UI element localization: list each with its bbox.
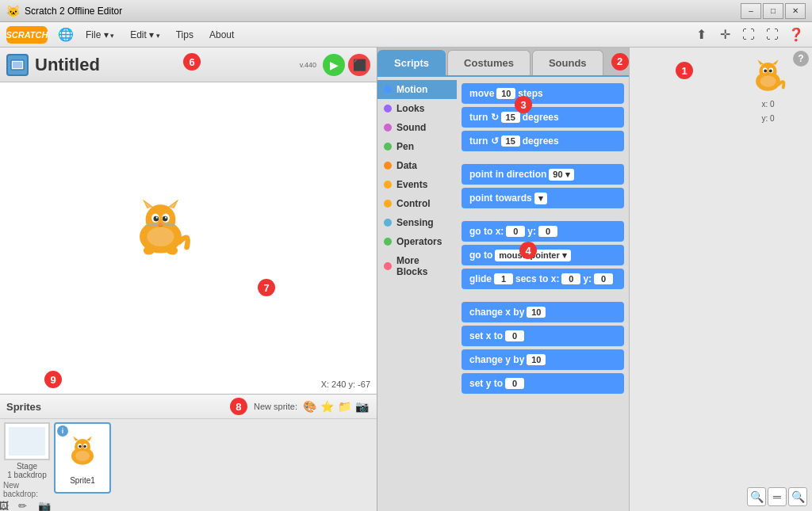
turn-cw-degrees-input[interactable]: 15 <box>501 112 520 123</box>
change-x-input[interactable]: 10 <box>527 307 546 318</box>
fullscreen-icon[interactable]: ⛶ <box>739 25 758 44</box>
go-to-y-input[interactable]: 0 <box>538 226 557 237</box>
category-data[interactable]: Data <box>377 156 457 175</box>
svg-marker-36 <box>772 59 779 65</box>
new-sprite-label: New sprite: <box>254 402 297 411</box>
camera-icon[interactable]: ⛶ <box>763 25 782 44</box>
help-circle-icon[interactable]: ❓ <box>787 25 806 44</box>
add-sprite-paint-button[interactable]: 🎨 <box>301 398 318 415</box>
looks-dot <box>384 105 392 112</box>
category-sensing[interactable]: Sensing <box>377 213 457 232</box>
sprite-preview-image <box>746 54 790 97</box>
tab-costumes[interactable]: Costumes <box>447 50 530 75</box>
svg-point-31 <box>82 448 84 450</box>
coordinate-display: X: 240 y: -67 <box>321 379 370 389</box>
block-point-towards[interactable]: point towards ▾ <box>462 188 624 208</box>
close-button[interactable]: ✕ <box>785 3 806 19</box>
towards-dropdown[interactable]: ▾ <box>534 193 547 204</box>
tab-scripts[interactable]: Scripts <box>377 50 446 75</box>
stage-icon[interactable] <box>6 54 29 76</box>
spacer-3 <box>462 292 624 299</box>
block-change-y[interactable]: change y by 10 <box>462 349 624 370</box>
block-go-to-xy[interactable]: go to x: 0 y: 0 <box>462 221 624 242</box>
block-set-x[interactable]: set x to 0 <box>462 326 624 346</box>
category-sound[interactable]: Sound <box>377 118 457 137</box>
glide-x-input[interactable]: 0 <box>561 273 580 284</box>
scripts-canvas[interactable]: 1 ? x: 0 <box>629 48 812 511</box>
language-button[interactable]: 🌐 <box>56 25 76 45</box>
green-flag-button[interactable]: ▶ <box>323 54 345 76</box>
category-events[interactable]: Events <box>377 175 457 194</box>
scratch-logo: SCRATCH <box>6 26 48 44</box>
block-area: Motion Looks Sound Pen <box>377 77 629 511</box>
spacer-1 <box>462 154 624 161</box>
blocks-scroll-area[interactable]: move 10 steps turn ↻ 15 degrees turn ↺ 1… <box>457 77 629 511</box>
add-sprite-camera-button[interactable]: 📷 <box>353 398 370 415</box>
add-sprite-upload-button[interactable]: 📁 <box>335 398 353 415</box>
add-sprite-choose-button[interactable]: ⭐ <box>318 398 335 415</box>
direction-dropdown[interactable]: 90 ▾ <box>549 169 573 181</box>
help-icon[interactable]: ? <box>793 51 809 67</box>
category-more-blocks[interactable]: More Blocks <box>377 251 457 281</box>
turn-ccw-degrees-input[interactable]: 15 <box>501 135 520 147</box>
set-x-input[interactable]: 0 <box>505 330 524 341</box>
category-motion[interactable]: Motion <box>377 80 457 99</box>
backdrop-paint-button[interactable]: ✏ <box>18 500 36 511</box>
zoom-controls: 🔍 ═ 🔍 <box>747 487 807 506</box>
go-to-x-input[interactable]: 0 <box>506 226 525 237</box>
upload-icon[interactable]: ⬆ <box>691 25 710 44</box>
edit-menu[interactable]: Edit ▾ <box>124 26 167 44</box>
block-change-x[interactable]: change x by 10 <box>462 302 624 322</box>
block-turn-cw[interactable]: turn ↻ 15 degrees <box>462 107 624 128</box>
pen-dot <box>384 143 392 151</box>
category-pen[interactable]: Pen <box>377 137 457 156</box>
left-panel: Untitled v.440 ▶ ⬛ 6 <box>0 48 377 511</box>
about-menu[interactable]: About <box>203 26 240 44</box>
zoom-reset-button[interactable]: ═ <box>768 487 787 506</box>
badge-9: 9 <box>44 371 62 388</box>
category-looks[interactable]: Looks <box>377 99 457 118</box>
block-set-y[interactable]: set y to 0 <box>462 373 624 394</box>
glide-secs-input[interactable]: 1 <box>494 273 513 284</box>
stage-canvas[interactable]: 7 X: 240 y: -67 <box>0 82 377 394</box>
person-icon[interactable]: ✛ <box>715 25 734 44</box>
tab-sounds[interactable]: Sounds <box>532 50 603 75</box>
zoom-in-button[interactable]: 🔍 <box>788 487 807 506</box>
sprite-item[interactable]: i <box>54 422 111 494</box>
script-area: Scripts Costumes Sounds 2 Motion Looks <box>377 48 629 511</box>
svg-point-41 <box>767 73 769 74</box>
change-y-input[interactable]: 10 <box>527 354 546 365</box>
project-title[interactable]: Untitled <box>35 55 290 75</box>
glide-y-input[interactable]: 0 <box>594 273 613 284</box>
events-dot <box>384 181 392 189</box>
tips-menu[interactable]: Tips <box>170 26 200 44</box>
sound-dot <box>384 124 392 132</box>
move-steps-input[interactable]: 10 <box>496 88 515 99</box>
tabs-bar: Scripts Costumes Sounds 2 <box>377 48 629 77</box>
set-y-input[interactable]: 0 <box>505 378 524 389</box>
stage-label: Stage 1 backdrop <box>7 462 46 479</box>
block-go-to[interactable]: go to mouse-pointer ▾ <box>462 245 624 265</box>
backdrop-camera-button[interactable]: 📷 <box>38 500 56 511</box>
file-menu[interactable]: File ▾ <box>79 26 121 44</box>
category-operators[interactable]: Operators <box>377 232 457 251</box>
sprite-panel: Sprites 8 New sprite: 🎨 ⭐ 📁 📷 <box>0 394 377 511</box>
svg-point-42 <box>760 76 776 87</box>
svg-point-13 <box>165 217 167 219</box>
block-turn-ccw[interactable]: turn ↺ 15 degrees <box>462 131 624 151</box>
backdrop-image-button[interactable]: 🖼 <box>0 500 16 511</box>
zoom-out-button[interactable]: 🔍 <box>747 487 766 506</box>
stop-button[interactable]: ⬛ <box>348 54 370 76</box>
block-glide[interactable]: glide 1 secs to x: 0 y: 0 <box>462 269 624 289</box>
block-move[interactable]: move 10 steps <box>462 83 624 104</box>
category-control[interactable]: Control <box>377 194 457 213</box>
svg-point-10 <box>154 216 159 222</box>
minimize-button[interactable]: – <box>741 3 761 19</box>
sprite-info-icon[interactable]: i <box>57 425 68 437</box>
stage-thumbnail[interactable]: Stage 1 backdrop New backdrop: 🖼 ✏ 📷 <box>3 422 51 511</box>
badge-7: 7 <box>258 279 275 296</box>
maximize-button[interactable]: □ <box>763 3 783 19</box>
operators-dot <box>384 238 392 246</box>
block-point-direction[interactable]: point in direction 90 ▾ <box>462 164 624 185</box>
svg-rect-22 <box>9 427 45 456</box>
